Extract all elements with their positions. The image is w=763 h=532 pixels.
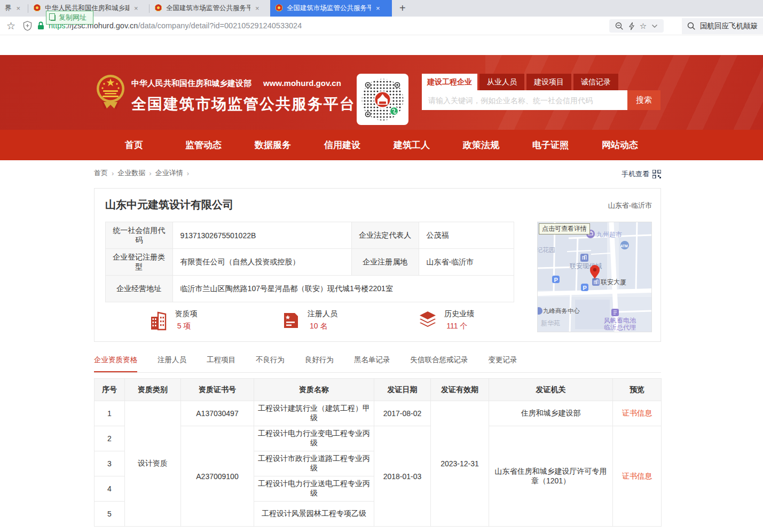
header-search-widget: 建设工程企业 从业人员 建设项目 诚信记录 搜索 [422, 74, 660, 110]
tab-bad-behavior[interactable]: 不良行为 [256, 355, 285, 372]
issuing-authority: 住房和城乡建设部 [489, 401, 613, 426]
stat-qualifications: 资质项 5 项 [105, 309, 241, 331]
wechat-qr-code [357, 74, 408, 125]
cert-number: A237009100 [181, 426, 254, 527]
reg-place-value: 山东省-临沂市 [419, 249, 514, 276]
map-label-garden: 纪花园 [538, 246, 555, 254]
stat-history-performance: 历史业绩 111 个 [378, 309, 514, 331]
lightning-icon[interactable] [628, 22, 635, 30]
company-stats: 资质项 5 项 注册人员 10 名 历史 [105, 309, 514, 331]
browser-hot-search[interactable]: 国航回应飞机颠簸 [682, 18, 763, 34]
tab-qualifications[interactable]: 企业资质资格 [94, 355, 137, 372]
nav-supervision[interactable]: 监管动态 [169, 130, 238, 160]
map-label-supermarket: 九州超市 [596, 231, 622, 238]
map-label-xinhuayuan: 新华苑 [541, 319, 560, 327]
nav-e-license[interactable]: 电子证照 [516, 130, 585, 160]
map-label-atm: ATM [620, 244, 628, 248]
copy-icon [51, 15, 56, 21]
valid-until: 2023-12-31 [431, 401, 489, 527]
search-button[interactable]: 搜索 [627, 90, 660, 110]
mobile-view-button[interactable]: 手机查看 [622, 169, 661, 179]
row-no: 4 [95, 476, 125, 502]
company-info-table: 统一社会信用代码 91371302675501022B 企业法定代表人 公茂福 … [105, 222, 514, 302]
reg-type-value: 有限责任公司（自然人投资或控股） [172, 249, 351, 276]
credit-code-label: 统一社会信用代码 [106, 222, 173, 249]
map-tooltip: 点击可查看详情 [539, 223, 590, 234]
keyword-search-input[interactable] [422, 90, 627, 110]
tab-change-records[interactable]: 变更记录 [489, 355, 517, 372]
breadcrumb: 首页 › 企业数据 › 企业详情 › [94, 168, 189, 178]
https-lock-icon [37, 21, 44, 30]
map-label-jiufeng: 九峰商务中心 [543, 308, 580, 314]
gov-emblem-favicon-icon [275, 4, 283, 12]
tab-close-icon[interactable]: × [134, 4, 138, 12]
tab-close-icon[interactable]: × [255, 4, 259, 12]
search-icon [687, 22, 696, 30]
legal-rep-label: 企业法定代表人 [351, 222, 419, 249]
ministry-website: www.mohurd.gov.cn [263, 79, 341, 88]
copy-url-tooltip[interactable]: 复制网址 [46, 11, 93, 25]
stat-registered-personnel: 注册人员 10 名 [241, 309, 377, 331]
tab-dishonesty[interactable]: 失信联合惩戒记录 [411, 355, 468, 372]
ministry-name: 中华人民共和国住房和城乡建设部 [131, 79, 251, 89]
tab-good-behavior[interactable]: 良好行为 [305, 355, 334, 372]
nav-credit[interactable]: 信用建设 [308, 130, 377, 160]
table-row: 1 设计资质 A137030497 工程设计建筑行业（建筑工程）甲级 2017-… [95, 401, 662, 426]
gov-emblem-favicon-icon [33, 4, 41, 12]
shield-icon[interactable] [23, 21, 32, 31]
browser-toolbar-icons: ☆ [609, 19, 664, 33]
new-tab-button[interactable]: + [392, 0, 413, 17]
map-parking-icon-1: P [554, 277, 558, 283]
browser-tab-jzsc-active[interactable]: 全国建筑市场监管公共服务平台 × [270, 0, 392, 17]
qualification-table: 序号 资质类别 资质证书号 资质名称 发证日期 发证有效期 发证机关 预览 1 … [94, 378, 662, 527]
certificate-info-link[interactable]: 证书信息 [622, 472, 652, 480]
company-name: 山东中元建筑设计有限公司 [105, 198, 233, 212]
search-tab-enterprise[interactable]: 建设工程企业 [422, 74, 477, 90]
main-navigation: 首页 监管动态 数据服务 信用建设 建筑工人 政策法规 电子证照 网站动态 [0, 130, 763, 160]
tab-close-icon[interactable]: × [376, 4, 380, 12]
table-header-row: 序号 资质类别 资质证书号 资质名称 发证日期 发证有效期 发证机关 预览 [95, 379, 662, 401]
browser-tab-partial[interactable]: 界 × [0, 0, 28, 17]
tab-close-icon[interactable]: × [17, 4, 21, 12]
certificate-icon [282, 311, 301, 330]
reg-place-label: 企业注册属地 [351, 249, 419, 276]
issuing-authority: 山东省住房和城乡建设厅许可专用章（1201） [489, 426, 613, 527]
site-header: 中华人民共和国住房和城乡建设部 www.mohurd.gov.cn 全国建筑市场… [0, 55, 763, 130]
nav-policy[interactable]: 政策法规 [446, 130, 516, 160]
gov-emblem-favicon-icon [154, 4, 162, 12]
qualification-name: 工程设计建筑行业（建筑工程）甲级 [254, 401, 374, 426]
qualification-name: 工程设计电力行业变电工程专业丙级 [254, 426, 374, 451]
zoom-out-icon[interactable] [615, 22, 624, 30]
nav-home[interactable]: 首页 [99, 130, 169, 160]
browser-tab-jzsc-1[interactable]: 全国建筑市场监管公共服务平台 × [150, 0, 270, 17]
search-tab-personnel[interactable]: 从业人员 [479, 74, 524, 90]
qr-code-icon [652, 170, 661, 178]
nav-site-news[interactable]: 网站动态 [585, 130, 655, 160]
qualification-category: 设计资质 [125, 401, 181, 527]
breadcrumb-enterprise-data[interactable]: 企业数据 [117, 168, 145, 178]
search-tab-project[interactable]: 建设项目 [526, 74, 571, 90]
nav-data-service[interactable]: 数据服务 [238, 130, 308, 160]
bookmark-star-icon[interactable]: ☆ [6, 20, 15, 32]
favorites-star-icon[interactable]: ☆ [640, 21, 647, 31]
tab-blacklist[interactable]: 黑名单记录 [354, 355, 390, 372]
row-no: 5 [95, 502, 125, 527]
tab-registered-personnel[interactable]: 注册人员 [158, 355, 186, 372]
row-no: 1 [95, 401, 125, 426]
certificate-info-link[interactable]: 证书信息 [622, 409, 652, 417]
legal-rep-value: 公茂福 [419, 222, 514, 249]
qualification-name: 工程设计风景园林工程专项乙级 [254, 502, 374, 527]
map-parking-icon-2: P [583, 285, 587, 291]
address-label: 企业经营地址 [106, 276, 173, 302]
site-brand: 中华人民共和国住房和城乡建设部 www.mohurd.gov.cn 全国建筑市场… [131, 79, 356, 114]
company-detail-card: 山东中元建筑设计有限公司 山东省-临沂市 统一社会信用代码 9137130267… [94, 188, 661, 342]
breadcrumb-home[interactable]: 首页 [94, 168, 108, 178]
location-map[interactable]: 点击可查看详情 九州超市 A [537, 222, 652, 332]
row-no: 2 [95, 426, 125, 451]
browser-tab-strip: 界 × 中华人民共和国住房和城乡建设 × 全国建筑市场监管公共服务平台 × 全国… [0, 0, 763, 17]
nav-workers[interactable]: 建筑工人 [377, 130, 446, 160]
search-tab-credit[interactable]: 诚信记录 [573, 74, 618, 90]
chevron-down-icon[interactable] [651, 24, 658, 28]
tab-projects[interactable]: 工程项目 [207, 355, 235, 372]
address-value: 临沂市兰山区陶然路107号星河晶都（联安）现代城1号楼2201室 [172, 276, 514, 302]
